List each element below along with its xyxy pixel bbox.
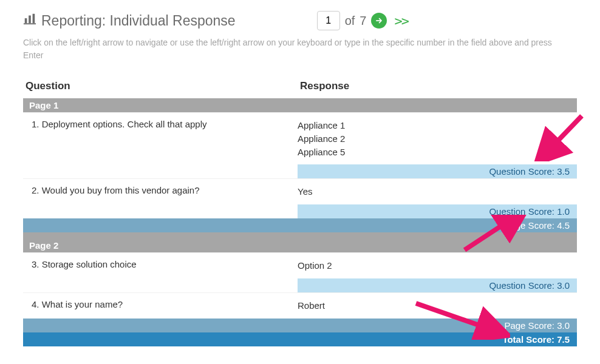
page-total: 7 <box>360 14 366 28</box>
question-score-bar: Question Score: 1.0 <box>298 204 577 218</box>
response-text: Robert <box>298 299 568 312</box>
question-row: 1. Deployment options. Check all that ap… <box>23 112 577 164</box>
question-text: 3. Storage solution choice <box>32 259 298 272</box>
total-score-bar: Total Score: 7.5 <box>23 332 577 346</box>
next-double-arrow-button[interactable]: >> <box>392 13 411 29</box>
page-band: Page 1 <box>23 98 577 112</box>
response-text: Option 2 <box>298 259 568 272</box>
question-score-bar: Question Score: 3.5 <box>298 164 577 178</box>
question-score-bar: Question Score: 3.0 <box>298 278 577 292</box>
column-header-response: Response <box>300 80 349 92</box>
page-score-bar: Page Score: 3.0 <box>23 318 577 332</box>
of-label: of <box>345 14 355 28</box>
response-text: Appliance 1Appliance 2Appliance 5 <box>298 119 568 158</box>
question-row: 3. Storage solution choiceOption 2 <box>23 252 577 278</box>
page-title: Reporting: Individual Response <box>41 13 236 29</box>
page-number-input[interactable] <box>317 11 340 30</box>
svg-rect-0 <box>25 18 27 23</box>
question-text: 1. Deployment options. Check all that ap… <box>32 119 298 158</box>
question-row: 2. Would you buy from this vendor again?… <box>23 178 577 204</box>
question-row: 4. What is your name?Robert <box>23 292 577 318</box>
question-text: 4. What is your name? <box>32 299 298 312</box>
page-band: Page 2 <box>23 238 577 252</box>
response-text: Yes <box>298 185 568 198</box>
divider <box>23 232 577 238</box>
chart-icon <box>23 12 36 29</box>
column-header-question: Question <box>26 80 300 92</box>
svg-rect-3 <box>24 23 36 24</box>
page-score-bar: Page Score: 4.5 <box>23 218 577 232</box>
svg-rect-1 <box>29 16 31 24</box>
svg-rect-2 <box>33 14 35 24</box>
go-button[interactable] <box>371 13 387 29</box>
question-text: 2. Would you buy from this vendor again? <box>32 185 298 198</box>
help-text: Click on the left/right arrow to navigat… <box>23 36 557 62</box>
